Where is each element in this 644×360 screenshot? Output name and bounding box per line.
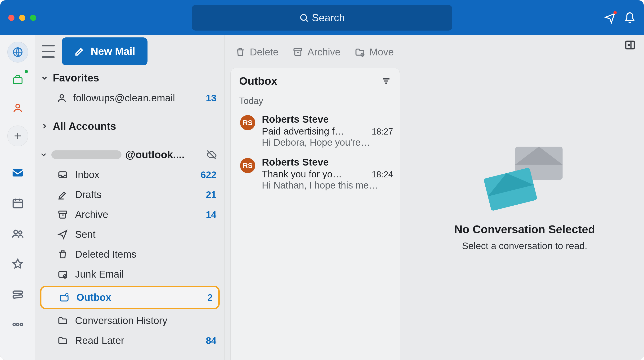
sent-icon [58, 229, 68, 240]
archive-button[interactable]: Archive [293, 46, 340, 58]
delete-label: Delete [250, 46, 278, 58]
zoom-window[interactable] [30, 15, 36, 21]
folder-label: Conversation History [75, 315, 168, 326]
folder-label: Archive [75, 209, 108, 220]
account-person[interactable] [7, 98, 28, 118]
svg-line-1 [306, 20, 308, 22]
message-time: 18:24 [372, 170, 393, 180]
account-row[interactable]: @outlook.... [38, 144, 222, 165]
outbox-icon [59, 292, 69, 303]
message-row[interactable]: RS Roberts Steve Paid advertising f… 18:… [230, 110, 400, 152]
message-preview: Hi Nathan, I hope this me… [262, 180, 393, 191]
folder-deleted[interactable]: Deleted Items [38, 244, 222, 264]
search-icon [299, 13, 309, 23]
sender-avatar: RS [240, 115, 255, 130]
favorites-section[interactable]: Favorites [38, 68, 222, 88]
folder-outbox[interactable]: Outbox 2 [40, 286, 220, 309]
folder-label: Inbox [75, 169, 100, 180]
chevron-down-icon [40, 151, 48, 159]
folder-label: Drafts [75, 189, 102, 200]
people-module-icon[interactable] [12, 227, 24, 240]
message-row[interactable]: RS Roberts Steve Thank you for yo… 18:24… [230, 152, 400, 195]
notifications-button[interactable] [624, 12, 636, 24]
account-briefcase[interactable] [7, 70, 28, 90]
folder-junk[interactable]: Junk Email [38, 264, 222, 284]
tasks-module-icon[interactable] [12, 288, 24, 300]
toggle-sidebar-button[interactable] [42, 45, 55, 58]
svg-rect-7 [12, 169, 23, 176]
action-bar: Delete Archive Move ••• [230, 39, 400, 65]
app-body: New Mail Favorites followups@clean.email… [0, 35, 644, 360]
folder-label: Outbox [76, 292, 111, 303]
feedback-button[interactable] [604, 12, 616, 24]
account-globe[interactable] [7, 42, 28, 62]
message-list-panel: Delete Archive Move ••• Outbox Today RS … [225, 35, 406, 360]
filter-icon[interactable] [381, 76, 391, 86]
folder-sent[interactable]: Sent [38, 224, 222, 244]
favorites-module-icon[interactable] [12, 258, 24, 270]
folder-read-later[interactable]: Read Later 84 [38, 331, 222, 350]
account-rail [0, 35, 35, 360]
chevron-right-icon [40, 122, 48, 130]
sender-name: Roberts Steve [262, 114, 393, 125]
svg-point-13 [19, 231, 22, 234]
more-modules-icon[interactable] [12, 318, 24, 325]
message-subject: Thank you for yo… [262, 169, 367, 180]
new-mail-button[interactable]: New Mail [62, 38, 148, 65]
svg-rect-15 [13, 295, 22, 298]
minimize-window[interactable] [19, 15, 25, 21]
folder-label: Sent [75, 229, 96, 240]
folder-label: Junk Email [75, 268, 124, 280]
folder-label: Deleted Items [75, 249, 136, 260]
window-controls [8, 0, 36, 35]
all-accounts-section[interactable]: All Accounts [38, 116, 222, 136]
folder-count: 622 [200, 170, 216, 180]
move-icon [355, 47, 365, 57]
trash-icon [58, 249, 68, 260]
favorites-label: Favorites [53, 72, 99, 84]
titlebar: Search [0, 0, 644, 35]
folder-inbox[interactable]: Inbox 622 [38, 165, 222, 185]
list-title: Outbox [239, 74, 277, 88]
folder-label: Read Later [75, 335, 124, 346]
presence-dot [24, 69, 29, 74]
svg-rect-14 [13, 291, 22, 294]
folder-archive[interactable]: Archive 14 [38, 205, 222, 224]
reading-pane-toggle[interactable] [624, 39, 636, 52]
message-list: Outbox Today RS Roberts Steve Paid adver… [230, 68, 400, 360]
close-window[interactable] [8, 15, 14, 21]
search-input[interactable]: Search [192, 5, 452, 30]
empty-title: No Conversation Selected [454, 223, 595, 236]
favorite-followups[interactable]: followups@clean.email 13 [38, 88, 222, 108]
favorite-email: followups@clean.email [73, 92, 175, 104]
all-accounts-label: All Accounts [53, 120, 116, 132]
move-label: Move [369, 46, 394, 58]
delete-button[interactable]: Delete [235, 46, 278, 58]
folder-conversation-history[interactable]: Conversation History [38, 311, 222, 331]
drafts-icon [58, 190, 68, 200]
trash-icon [235, 47, 246, 57]
junk-icon [58, 269, 68, 280]
svg-rect-3 [14, 78, 22, 84]
move-button[interactable]: Move [355, 46, 394, 58]
archive-icon [293, 47, 303, 57]
calendar-module-icon[interactable] [12, 197, 24, 209]
sender-avatar: RS [240, 158, 255, 173]
cloud-off-icon[interactable] [206, 149, 217, 160]
folder-count: 21 [206, 190, 217, 200]
folder-drafts[interactable]: Drafts 21 [38, 185, 222, 205]
favorite-count: 13 [206, 93, 217, 104]
group-today: Today [230, 94, 400, 110]
search-placeholder: Search [312, 12, 345, 24]
svg-point-0 [301, 14, 306, 20]
mail-module-icon[interactable] [12, 167, 24, 179]
folder-count: 14 [206, 209, 217, 220]
svg-point-19 [60, 94, 64, 98]
titlebar-right [604, 0, 636, 35]
svg-rect-23 [59, 211, 67, 213]
notification-dot [614, 11, 617, 14]
account-suffix: @outlook.... [125, 149, 185, 160]
add-account[interactable] [7, 126, 28, 146]
empty-subtitle: Select a conversation to read. [454, 241, 595, 251]
account-name-redacted [52, 150, 122, 159]
